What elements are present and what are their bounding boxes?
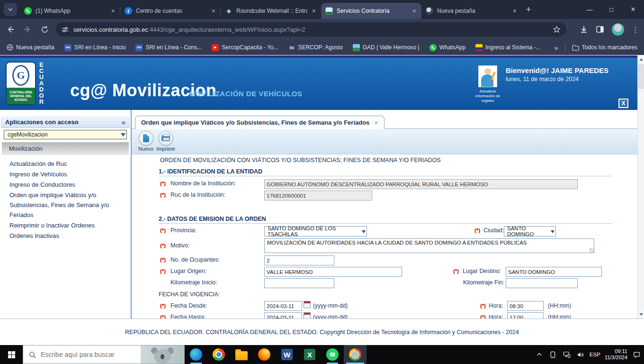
ocupantes-input[interactable] bbox=[264, 255, 334, 265]
sidebar-item-actualizacion-ruc[interactable]: Actualización de Ruc bbox=[9, 159, 127, 169]
tablet-icon[interactable] bbox=[548, 345, 558, 364]
clock[interactable]: 09:11 11/3/2024 bbox=[605, 348, 627, 361]
scroll-down-button[interactable] bbox=[638, 311, 644, 318]
scrollbar-thumb[interactable] bbox=[638, 64, 644, 89]
calendar-icon[interactable] bbox=[304, 312, 311, 318]
site-header: G CONTRALORÍA GENERAL DEL ESTADO ECUADOR… bbox=[0, 58, 644, 110]
tab-close-icon[interactable]: × bbox=[110, 8, 116, 14]
provincia-select[interactable]: SANTO DOMINGO DE LOS TSACHILAS bbox=[264, 226, 367, 237]
bookmark-sercop-youtube[interactable]: ▶ SercopCapacita - Yo... bbox=[212, 44, 278, 51]
lugar-origen-input[interactable] bbox=[264, 267, 402, 277]
logout-close-button[interactable]: X bbox=[618, 99, 628, 108]
taskbar-app-explorer[interactable] bbox=[230, 345, 253, 364]
calendar-icon[interactable] bbox=[304, 301, 311, 308]
tab-close-icon[interactable]: × bbox=[311, 8, 317, 14]
bookmark-ingreso-sistema[interactable]: Ingreso al Sistema -... bbox=[475, 44, 541, 51]
close-button[interactable]: × bbox=[622, 0, 644, 19]
reload-button[interactable] bbox=[38, 23, 51, 36]
tray-time: 09:11 bbox=[615, 348, 627, 354]
sidebar-item-orden-viaticos[interactable]: Orden que implique Viáticos y/o Subsiste… bbox=[9, 190, 127, 220]
sidebar-item-ordenes-inactivas[interactable]: Ordenes Inactivas bbox=[9, 231, 127, 241]
update-registry-link[interactable]: Actualizar información de registro bbox=[472, 89, 504, 103]
page-scrollbar[interactable] bbox=[637, 55, 644, 318]
fecha-desde-input[interactable] bbox=[264, 301, 302, 311]
windows-logo-icon bbox=[8, 351, 15, 358]
logo-org-label: CONTRALORÍA GENERAL DEL ESTADO bbox=[7, 88, 35, 104]
fecha-hasta-input[interactable] bbox=[264, 312, 302, 318]
hora-desde-input[interactable] bbox=[507, 301, 544, 311]
imprimir-button[interactable]: Imprimir bbox=[155, 131, 176, 152]
taskbar-app-chrome-profile[interactable] bbox=[344, 345, 367, 364]
content-tab[interactable]: Orden que implique Viáticos y/o Subsiste… bbox=[135, 116, 385, 129]
side-panel-icon[interactable] bbox=[596, 25, 604, 34]
taskbar-app-chrome[interactable] bbox=[207, 345, 230, 364]
taskbar-app-edge[interactable] bbox=[185, 345, 207, 364]
menu-kebab-icon[interactable]: ⋮ bbox=[632, 25, 639, 34]
omnibox[interactable]: servicios.contraloria.gob.ec:4443/cge_ar… bbox=[56, 22, 566, 36]
bookmark-sercop[interactable]: m SERCOP: Agosto bbox=[288, 44, 343, 51]
start-button[interactable] bbox=[0, 345, 23, 364]
tray-expand-icon[interactable] bbox=[535, 345, 544, 364]
tab-servicios-contraloria[interactable]: Servicios Contraloría × bbox=[321, 3, 421, 19]
forward-button[interactable] bbox=[21, 23, 34, 36]
tab-roundcube[interactable]: ◆ Roundcube Webmail :: Entra × bbox=[221, 3, 321, 19]
download-icon[interactable] bbox=[580, 25, 588, 34]
nuevo-button[interactable]: Nuevo bbox=[135, 131, 156, 152]
taskbar-search[interactable] bbox=[23, 345, 185, 364]
sidebar-header: Aplicaciones con acceso « bbox=[1, 116, 130, 128]
sidebar-collapse-icon[interactable]: « bbox=[122, 118, 125, 126]
reload-icon bbox=[41, 26, 49, 34]
taskbar-app-excel[interactable]: X bbox=[298, 345, 321, 364]
action-center-icon[interactable] bbox=[632, 345, 641, 364]
sidebar-item-ingreso-vehiculos[interactable]: Ingreso de Vehículos bbox=[9, 169, 127, 179]
tab-close-icon[interactable]: × bbox=[211, 8, 216, 14]
tab-close-icon[interactable]: × bbox=[411, 8, 417, 14]
bookmark-whatsapp[interactable]: WhatsApp bbox=[429, 44, 465, 51]
bookmark-nueva-pestana[interactable]: Nueva pestaña bbox=[7, 44, 54, 51]
taskbar-app-word[interactable]: W bbox=[276, 345, 298, 364]
language-indicator[interactable]: ESP bbox=[590, 352, 600, 357]
tab-close-icon[interactable]: × bbox=[512, 8, 518, 14]
tab-search-button[interactable] bbox=[4, 3, 17, 16]
taskbar-app-firefox[interactable] bbox=[253, 345, 276, 364]
date-format-hint: (yyyy-mm-dd) bbox=[313, 314, 348, 318]
lugar-destino-input[interactable] bbox=[506, 267, 602, 277]
new-tab-button[interactable]: + bbox=[522, 3, 535, 16]
motivo-textarea[interactable] bbox=[264, 238, 594, 253]
bookmark-star-icon[interactable] bbox=[553, 26, 561, 34]
sidebar-item-reimprimir-inactivar[interactable]: Reimprimir o Inactivar Ordenes bbox=[9, 220, 127, 230]
km-fin-input[interactable] bbox=[506, 278, 578, 288]
all-bookmarks-button[interactable]: Todos los marcadores bbox=[572, 44, 637, 51]
hora-hasta-input[interactable] bbox=[507, 312, 544, 318]
search-input[interactable] bbox=[41, 351, 126, 358]
content-tab-close-icon[interactable]: × bbox=[374, 119, 378, 127]
sidebar-section-movilizacion[interactable]: Movilización bbox=[2, 142, 129, 155]
tab-facebook[interactable]: f Centro de cuentas × bbox=[120, 3, 221, 19]
ciudad-select[interactable]: SANTO DOMINGO bbox=[504, 226, 556, 237]
bookmarks-overflow-icon[interactable]: » bbox=[554, 44, 558, 52]
tab-whatsapp[interactable]: (1) WhatsApp × bbox=[20, 3, 120, 19]
bookmark-gad-valle-hermoso[interactable]: GAD | Valle Hermoso | bbox=[353, 44, 420, 51]
profile-avatar[interactable] bbox=[612, 23, 624, 36]
printer-icon bbox=[161, 135, 170, 141]
scroll-up-button[interactable] bbox=[638, 55, 644, 63]
app-select[interactable]: cgeMovilizacion bbox=[4, 130, 127, 139]
ruc-input[interactable] bbox=[264, 191, 372, 200]
chevron-down-icon bbox=[8, 7, 13, 12]
network-icon[interactable] bbox=[562, 345, 572, 364]
km-inicio-input[interactable] bbox=[264, 278, 334, 288]
nombre-input[interactable] bbox=[264, 179, 578, 189]
bookmark-sri-consultas[interactable]: SRI SRI en Línea - Cons... bbox=[135, 44, 202, 51]
volume-icon[interactable] bbox=[576, 345, 585, 364]
resize-handle[interactable] bbox=[590, 248, 594, 253]
sidebar-title: Aplicaciones con acceso bbox=[5, 118, 79, 126]
sidebar-item-ingreso-conductores[interactable]: Ingreso de Conductores bbox=[9, 180, 127, 190]
user-avatar[interactable] bbox=[478, 65, 497, 87]
back-button[interactable] bbox=[4, 23, 17, 36]
maximize-button[interactable]: □ bbox=[600, 0, 622, 19]
url-host: servicios.contraloria.gob.ec bbox=[73, 26, 148, 33]
bookmark-sri-inicio[interactable]: SRI SRI en Línea - Inicio bbox=[64, 44, 126, 51]
tab-nueva-pestana[interactable]: Nueva pestaña × bbox=[421, 3, 522, 19]
minimize-button[interactable]: — bbox=[579, 0, 600, 19]
taskbar-app-spotify[interactable]: ≋ bbox=[321, 345, 344, 364]
